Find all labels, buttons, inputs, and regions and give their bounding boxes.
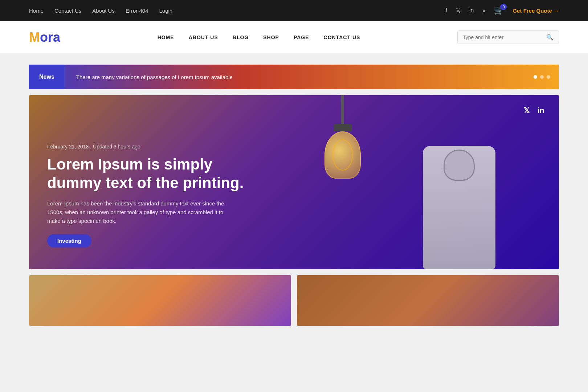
hero-figure bbox=[423, 146, 495, 269]
hero-section: 𝕏 in February 21, 2018 , Updated 3 hours… bbox=[29, 95, 559, 269]
news-label: News bbox=[29, 65, 65, 89]
top-bar: Home Contact Us About Us Error 404 Login… bbox=[0, 0, 588, 21]
search-input[interactable] bbox=[463, 34, 546, 40]
bulb-cord bbox=[341, 95, 344, 124]
nav-about-us[interactable]: About Us bbox=[92, 8, 115, 14]
nav-login[interactable]: Login bbox=[159, 8, 172, 14]
nav-home[interactable]: Home bbox=[29, 8, 44, 14]
search-icon[interactable]: 🔍 bbox=[546, 34, 554, 41]
nav-link-page[interactable]: PAGE bbox=[294, 34, 309, 40]
hero-linkedin-icon[interactable]: in bbox=[537, 106, 544, 115]
nav-link-home[interactable]: HOME bbox=[158, 34, 174, 40]
get-quote-button[interactable]: Get Free Quote → bbox=[513, 8, 559, 14]
separator bbox=[0, 54, 588, 65]
main-nav: Mora HOME ABOUT US BLOG SHOP PAGE CONTAC… bbox=[0, 21, 588, 54]
vine-icon[interactable]: v bbox=[482, 7, 485, 14]
logo-m: M bbox=[29, 30, 40, 45]
cart-button[interactable]: 🛒 0 bbox=[494, 6, 504, 15]
nav-link-blog[interactable]: BLOG bbox=[233, 34, 249, 40]
nav-link-contact-us[interactable]: CONTACT US bbox=[324, 34, 360, 40]
hero-title: Lorem Ipsum is simply dummy text of the … bbox=[47, 155, 265, 192]
hero-social: 𝕏 in bbox=[523, 106, 544, 115]
dot-3[interactable] bbox=[547, 75, 550, 79]
bulb-body bbox=[324, 131, 361, 179]
nav-error-404[interactable]: Error 404 bbox=[126, 8, 148, 14]
hero-tag-button[interactable]: Investing bbox=[47, 234, 91, 248]
logo[interactable]: Mora bbox=[29, 30, 60, 45]
hero-content: February 21, 2018 , Updated 3 hours ago … bbox=[47, 144, 265, 248]
cart-badge: 0 bbox=[500, 4, 507, 10]
top-bar-links: Home Contact Us About Us Error 404 Login bbox=[29, 8, 172, 14]
twitter-icon[interactable]: 𝕏 bbox=[456, 7, 461, 14]
hero-date: February 21, 2018 , Updated 3 hours ago bbox=[47, 144, 265, 150]
bottom-card-left[interactable] bbox=[29, 275, 291, 326]
dot-2[interactable] bbox=[540, 75, 544, 79]
nav-link-about-us[interactable]: ABOUT US bbox=[189, 34, 218, 40]
hero-bulb bbox=[317, 95, 368, 204]
search-bar[interactable]: 🔍 bbox=[457, 30, 559, 44]
dot-1[interactable] bbox=[534, 75, 537, 79]
main-nav-links: HOME ABOUT US BLOG SHOP PAGE CONTACT US bbox=[158, 34, 360, 40]
logo-rest: ora bbox=[40, 30, 60, 45]
top-bar-right: f 𝕏 in v 🛒 0 Get Free Quote → bbox=[446, 6, 559, 15]
news-ticker: News There are many variations of passag… bbox=[29, 65, 559, 89]
news-text: There are many variations of passages of… bbox=[65, 74, 534, 80]
bottom-card-right[interactable] bbox=[297, 275, 559, 326]
linkedin-icon[interactable]: in bbox=[469, 7, 474, 14]
bulb-filament bbox=[332, 139, 353, 171]
news-dots bbox=[534, 75, 559, 79]
nav-link-shop[interactable]: SHOP bbox=[263, 34, 279, 40]
bulb-cap bbox=[334, 124, 352, 131]
hero-twitter-icon[interactable]: 𝕏 bbox=[523, 106, 530, 115]
hero-desc: Lorem Ipsum has been the industry's stan… bbox=[47, 199, 229, 225]
nav-contact-us[interactable]: Contact Us bbox=[54, 8, 81, 14]
facebook-icon[interactable]: f bbox=[446, 7, 447, 14]
bottom-cards bbox=[29, 275, 559, 326]
